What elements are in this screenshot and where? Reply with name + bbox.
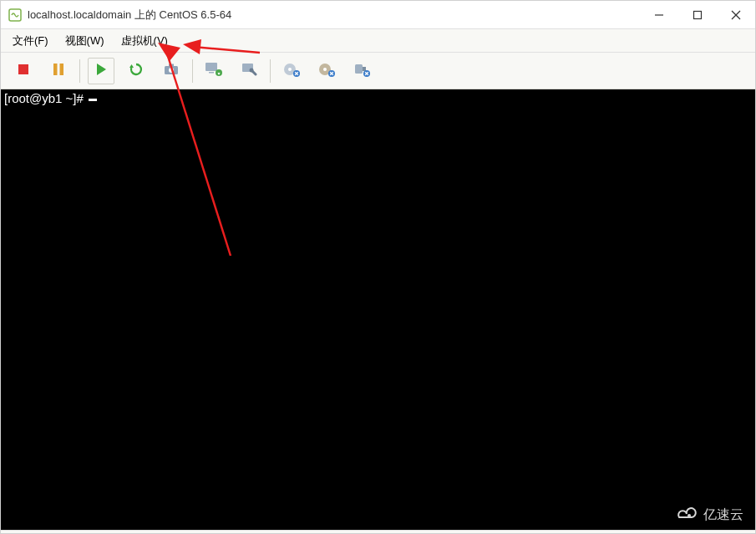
statusbar [1, 530, 755, 533]
camera-icon [163, 61, 180, 81]
play-icon [94, 62, 109, 80]
connect-button[interactable] [200, 58, 227, 84]
plug-icon [353, 61, 371, 81]
watermark-text: 亿速云 [703, 506, 743, 524]
svg-rect-11 [169, 64, 174, 66]
menu-file[interactable]: 文件(F) [4, 31, 57, 51]
svg-rect-2 [694, 11, 702, 18]
tools-button[interactable] [236, 58, 262, 84]
cursor-icon [89, 99, 97, 101]
menu-vm[interactable]: 虚拟机(V) [113, 31, 176, 51]
svg-point-12 [169, 68, 174, 73]
svg-rect-14 [209, 72, 214, 74]
snapshot-button[interactable] [158, 58, 185, 84]
toolbar [1, 53, 755, 89]
svg-point-23 [323, 68, 327, 71]
cdrom-button[interactable] [278, 58, 305, 84]
maximize-button[interactable] [678, 2, 717, 28]
toolbar-separator [79, 59, 80, 83]
refresh-icon [128, 61, 145, 81]
floppy-button[interactable] [313, 58, 340, 84]
terminal-view[interactable]: [root@yb1 ~]# [1, 89, 755, 530]
toolbar-separator [270, 59, 271, 83]
svg-rect-13 [205, 63, 217, 71]
watermark-icon [673, 505, 698, 525]
menubar: 文件(F) 视图(W) 虚拟机(V) [1, 29, 755, 53]
svg-rect-5 [18, 64, 28, 74]
disc-icon [282, 61, 301, 81]
pause-icon [51, 62, 66, 80]
terminal-prompt: [root@yb1 ~]# [4, 91, 87, 105]
minimize-button[interactable] [640, 2, 678, 28]
disc2-icon [317, 61, 336, 81]
monitor-connect-icon [205, 61, 223, 81]
svg-point-32 [688, 514, 691, 517]
menu-view[interactable]: 视图(W) [57, 31, 113, 51]
svg-rect-7 [60, 64, 64, 75]
svg-rect-6 [53, 64, 58, 75]
svg-rect-26 [363, 67, 366, 71]
close-button[interactable] [717, 2, 755, 28]
app-window: localhost.localdomain 上的 CentOS 6.5-64 文… [0, 0, 756, 534]
pause-button[interactable] [45, 58, 72, 84]
svg-rect-25 [355, 64, 363, 74]
svg-marker-9 [129, 64, 134, 68]
usb-button[interactable] [348, 58, 375, 84]
svg-point-18 [250, 68, 254, 72]
play-button[interactable] [88, 58, 114, 84]
tools-icon [241, 61, 257, 81]
window-title: localhost.localdomain 上的 CentOS 6.5-64 [28, 8, 231, 23]
stop-icon [16, 62, 31, 80]
refresh-button[interactable] [123, 58, 150, 84]
svg-point-20 [288, 68, 292, 71]
app-icon [8, 8, 23, 23]
svg-marker-8 [97, 64, 106, 75]
toolbar-separator [192, 59, 193, 83]
watermark: 亿速云 [673, 505, 743, 525]
titlebar: localhost.localdomain 上的 CentOS 6.5-64 [1, 1, 755, 29]
stop-button[interactable] [10, 58, 37, 84]
